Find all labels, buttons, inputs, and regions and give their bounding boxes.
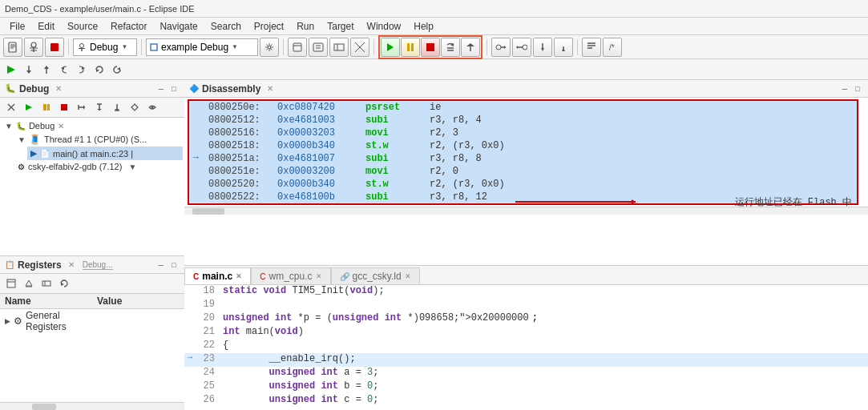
sep3 [283,39,284,55]
tb-extra-4[interactable] [554,38,573,57]
debug-tb-1[interactable] [3,99,19,115]
launch-config-dropdown[interactable]: example Debug ▼ [146,38,258,56]
new-button[interactable] [3,38,22,57]
menu-run[interactable]: Run [290,19,321,34]
tb2-btn-up[interactable] [38,62,55,78]
reg-minimize[interactable]: ─ [155,259,167,271]
debug-tab-link[interactable]: Debug... [83,260,113,270]
disassembly-content[interactable]: 0800250e: 0xc0807420 psrset ie 08002512:… [184,98,868,265]
reg-tb-1[interactable] [3,275,19,291]
tb-btn-1[interactable] [288,38,307,57]
step-over-button[interactable] [441,38,460,57]
debug-minimize[interactable]: ─ [155,83,167,94]
tb-extra-2[interactable] [512,38,531,57]
gcc-ld-close[interactable]: ✕ [405,272,411,280]
frame-item[interactable]: ▶ 📄 main() at main.c:23 | [27,147,183,160]
debug-tb-9[interactable] [144,99,160,115]
main-c-close[interactable]: ✕ [236,272,242,280]
debug-config-dropdown[interactable]: Debug ▼ [73,38,137,56]
asm-row[interactable]: 08002516: 0x00003203 movi r2, 3 [189,127,857,139]
reg-tb-3[interactable] [38,275,55,291]
gdb-item[interactable]: ⚙ csky-elfabiv2-gdb (7.12) ▼ [14,160,183,173]
wm-cpu-close[interactable]: ✕ [316,272,322,280]
debug-dropdown-arrow: ▼ [121,43,127,50]
tb-extra-3[interactable] [533,38,552,57]
reg-maximize[interactable]: □ [168,259,180,271]
asm-row[interactable]: 08002518: 0x0000b340 st.w r2, (r3, 0x0) [189,139,857,152]
disasm-minimize[interactable]: ─ [839,83,850,94]
tab-gcc-ld[interactable]: 🔗 gcc_csky.ld ✕ [331,267,420,284]
disasm-scroll-thumb[interactable] [192,208,224,215]
tb-btn-2[interactable] [309,38,328,57]
menu-target[interactable]: Target [321,19,360,34]
asm-row[interactable]: → 0800251a: 0xe4681007 subi r3, r8, 8 [189,152,857,165]
code-content[interactable]: 18 static void TIM5_Init(void); 19 20 un… [184,285,868,410]
bottom-scrollbar[interactable] [0,402,184,410]
code-line[interactable]: 19 [184,299,868,312]
suspend-button[interactable] [401,38,420,57]
tb-extra-6[interactable]: /* [603,38,622,57]
menu-bar: File Edit Source Refactor Navigate Searc… [0,18,868,35]
debug-maximize[interactable]: □ [168,83,180,94]
tb2-btn-down[interactable] [21,62,37,78]
menu-window[interactable]: Window [361,19,408,34]
asm-row[interactable]: 08002512: 0xe4681003 subi r3, r8, 4 [189,114,857,127]
tb2-btn-back[interactable] [56,62,72,78]
menu-file[interactable]: File [3,19,31,34]
reg-tb-4[interactable] [56,275,72,291]
menu-search[interactable]: Search [204,19,248,34]
launch-config-settings[interactable] [260,38,279,57]
asm-row[interactable]: 08002520: 0x0000b340 st.w r2, (r3, 0x0) [189,178,857,191]
code-line[interactable]: 22 { [184,340,868,353]
code-line[interactable]: 21 int main(void) [184,326,868,340]
step-return-button[interactable] [461,38,480,57]
register-close[interactable]: ✕ [68,260,75,269]
debug-root-label: Debug [29,121,55,131]
tb2-btn-1[interactable] [3,62,19,78]
reg-expand-arrow[interactable]: ▶ [5,317,10,325]
debug-button[interactable] [24,38,43,57]
disasm-maximize[interactable]: □ [852,83,863,94]
tb-extra-1[interactable] [491,38,511,57]
code-line[interactable]: 25 unsigned int b = 0; [184,380,868,394]
code-line[interactable]: 24 unsigned int a = 3; [184,367,868,380]
debug-tb-2[interactable] [21,99,37,115]
debug-panel-toolbar [0,98,184,118]
stop-button[interactable] [45,38,64,57]
asm-row[interactable]: 0800250e: 0xc0807420 psrset ie [189,101,857,114]
debug-tb-8[interactable] [127,99,143,115]
menu-project[interactable]: Project [248,19,290,34]
tab-main-c[interactable]: C main.c ✕ [184,267,251,284]
menu-refactor[interactable]: Refactor [104,19,153,34]
debug-tb-4[interactable] [56,99,72,115]
code-line[interactable]: 18 static void TIM5_Init(void); [184,285,868,299]
menu-edit[interactable]: Edit [31,19,61,34]
tb2-btn-refresh[interactable] [109,62,125,78]
reg-tb-2[interactable] [21,275,37,291]
debug-tb-5[interactable] [74,99,90,115]
tb-extra-5[interactable] [582,38,601,57]
menu-help[interactable]: Help [407,19,440,34]
debug-tb-7[interactable] [109,99,125,115]
asm-addr: 08002512: [202,114,274,127]
scrollbar-thumb[interactable] [32,404,56,410]
menu-navigate[interactable]: Navigate [153,19,204,34]
tb2-btn-reload[interactable] [91,62,107,78]
disassembly-close[interactable]: ✕ [267,84,273,93]
resume-button[interactable] [381,38,400,57]
menu-source[interactable]: Source [61,19,104,34]
tb-btn-4[interactable] [350,38,369,57]
thread-item[interactable]: ▼ 🧵 Thread #1 1 (CPU#0) (S... [14,132,183,147]
terminate-button[interactable] [421,38,440,57]
tb2-btn-fwd[interactable] [74,62,90,78]
code-line[interactable]: 20 unsigned int *p = (unsigned int *)098… [184,312,868,326]
asm-row[interactable]: 0800251e: 0x00003200 movi r2, 0 [189,165,857,178]
tab-wm-cpu-c[interactable]: C wm_cpu.c ✕ [251,267,330,284]
debug-root[interactable]: ▼ 🐛 Debug ✕ [2,119,183,132]
code-line[interactable]: 26 unsigned int c = 0; [184,394,868,408]
reg-general[interactable]: ▶ ⚙ General Registers [0,309,184,333]
debug-tb-6[interactable] [91,99,107,115]
tb-btn-3[interactable] [329,38,349,57]
code-line[interactable]: → 23 __enable_irq(); [184,353,868,367]
debug-tb-3[interactable] [38,99,55,115]
